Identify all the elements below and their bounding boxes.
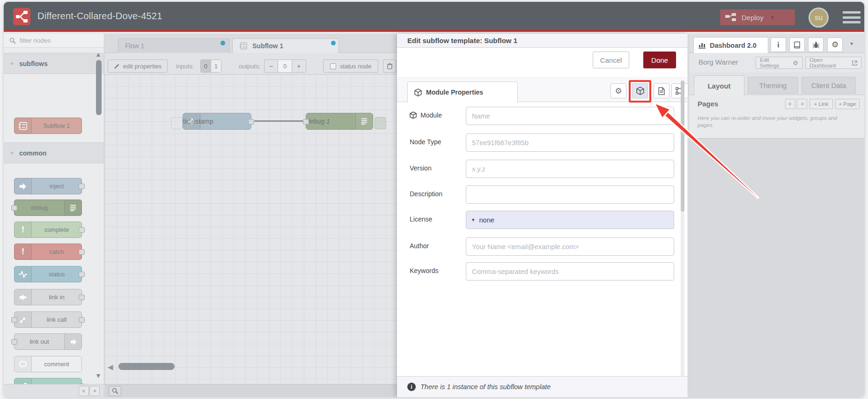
tab-flow-1[interactable]: Flow 1 bbox=[118, 38, 229, 53]
inputs-0-option[interactable]: 0 bbox=[201, 60, 211, 72]
chart-bars-icon bbox=[699, 42, 706, 49]
palette-expand-all-button[interactable]: » bbox=[89, 386, 100, 396]
module-input[interactable] bbox=[466, 107, 674, 125]
palette-filter-input[interactable]: filter nodes bbox=[4, 34, 104, 48]
search-icon bbox=[9, 37, 16, 44]
node-palette: filter nodes ˅ subflows Subflow 1 ˅ comm… bbox=[4, 34, 104, 397]
description-row: Description bbox=[397, 185, 687, 204]
inputs-toggle[interactable]: 0 1 bbox=[200, 59, 221, 73]
cube-icon bbox=[410, 111, 417, 119]
move-up-button[interactable]: » bbox=[785, 99, 795, 109]
palette-node-status[interactable]: status bbox=[14, 266, 82, 282]
deploy-button[interactable]: Deploy ▾ bbox=[720, 9, 795, 25]
palette-scroll-down-icon[interactable]: ▼ bbox=[95, 372, 102, 379]
palette-category-subflows[interactable]: ˅ subflows bbox=[4, 53, 104, 74]
outputs-minus-button[interactable]: − bbox=[265, 60, 278, 72]
debug-sidebar-icon bbox=[355, 113, 373, 129]
palette-category-common[interactable]: ˅ common bbox=[4, 142, 104, 163]
pencil-icon bbox=[114, 63, 120, 69]
debug-tab-button[interactable] bbox=[808, 37, 824, 52]
node-port bbox=[79, 249, 85, 255]
add-link-button[interactable]: + Link bbox=[809, 99, 833, 109]
open-dashboard-button[interactable]: Open Dashboard bbox=[805, 57, 861, 69]
canvas-hscrollbar[interactable] bbox=[118, 363, 175, 370]
subflow-output-stub[interactable] bbox=[375, 117, 386, 129]
palette-node-subflow-1[interactable]: Subflow 1 bbox=[14, 118, 82, 134]
add-page-button[interactable]: + Page bbox=[835, 99, 860, 109]
status-node-checkbox[interactable]: status node bbox=[323, 59, 378, 73]
edit-properties-button[interactable]: edit properties bbox=[108, 59, 168, 73]
tab-module-properties[interactable]: Module Properties bbox=[407, 81, 518, 103]
flow-canvas-grid[interactable]: timestamp debug 1 bbox=[105, 74, 397, 384]
subflow-input-stub[interactable] bbox=[171, 117, 183, 129]
link-out-icon bbox=[64, 334, 81, 349]
palette-node-link-call[interactable]: link call bbox=[14, 311, 82, 328]
tab-layout[interactable]: Layout bbox=[694, 75, 744, 96]
link-in-icon bbox=[15, 289, 32, 305]
tray-scrollbar-thumb[interactable] bbox=[681, 81, 684, 212]
palette-scroll-up-icon[interactable]: ▲ bbox=[95, 51, 102, 58]
trash-icon bbox=[387, 63, 393, 69]
description-input[interactable] bbox=[466, 185, 674, 204]
checkbox-icon bbox=[330, 63, 336, 69]
header-bar: Different-Collared-Dove-4521 Deploy ▾ su bbox=[4, 2, 864, 32]
keywords-row: Keywords bbox=[397, 262, 687, 281]
cancel-button[interactable]: Cancel bbox=[593, 52, 629, 68]
external-link-icon bbox=[852, 60, 857, 66]
deploy-caret-icon[interactable]: ▾ bbox=[771, 14, 774, 21]
flow-node-debug-1[interactable]: debug 1 bbox=[306, 113, 373, 130]
inputs-1-option[interactable]: 1 bbox=[211, 60, 221, 72]
caret-down-icon: ▾ bbox=[472, 217, 475, 223]
canvas-search-button[interactable] bbox=[109, 386, 121, 396]
author-input[interactable] bbox=[466, 237, 674, 256]
debug-sidebar-icon bbox=[64, 200, 81, 215]
palette-node-link-out[interactable]: link out bbox=[14, 333, 82, 350]
palette-node-inject[interactable]: inject bbox=[14, 178, 82, 194]
keywords-input[interactable] bbox=[466, 262, 674, 281]
workspace-tab-bar: Flow 1 Subflow 1 bbox=[105, 34, 397, 53]
node-type-input[interactable] bbox=[466, 133, 674, 152]
properties-tab-gear-button[interactable]: ⚙ bbox=[611, 83, 626, 98]
node-output-port[interactable] bbox=[248, 119, 254, 125]
flow-workspace[interactable]: Flow 1 Subflow 1 edit properties inputs: bbox=[105, 34, 397, 397]
tab-theming[interactable]: Theming bbox=[748, 77, 798, 94]
tab-subflow-1[interactable]: Subflow 1 bbox=[232, 38, 339, 53]
edit-settings-button[interactable]: Edit Settings ⚙ bbox=[756, 57, 802, 69]
dashboard-section-tabs: Layout Theming Client Data bbox=[689, 72, 864, 95]
palette-node-link-in[interactable]: link in bbox=[14, 289, 82, 305]
flow-node-timestamp[interactable]: timestamp bbox=[183, 113, 251, 130]
palette-node-complete[interactable]: ! complete bbox=[14, 222, 82, 238]
tray-scrollbar-track[interactable] bbox=[681, 81, 684, 380]
sidebar-more-caret-icon[interactable]: ▾ bbox=[850, 40, 853, 47]
tab-client-data[interactable]: Client Data bbox=[802, 77, 856, 94]
palette-node-catch[interactable]: ! catch bbox=[14, 244, 82, 260]
comment-bubble-icon bbox=[15, 356, 32, 372]
appearance-tab-button[interactable] bbox=[671, 83, 688, 98]
version-input[interactable] bbox=[466, 160, 674, 178]
main-menu-icon[interactable] bbox=[843, 11, 861, 23]
instance-count-text: There is 1 instance of this subflow temp… bbox=[420, 383, 551, 391]
config-tab-button[interactable]: ⚙ bbox=[827, 37, 843, 52]
delete-subflow-button[interactable] bbox=[383, 59, 396, 73]
help-tab-button[interactable] bbox=[789, 37, 805, 52]
canvas-scroll-left-icon[interactable]: ◀ bbox=[108, 363, 113, 371]
inputs-label: inputs: bbox=[176, 63, 194, 70]
description-tab-button[interactable] bbox=[654, 83, 669, 98]
tab-dashboard-2[interactable]: Dashboard 2.0 bbox=[693, 37, 768, 53]
palette-node-comment[interactable]: comment bbox=[14, 356, 82, 372]
info-tab-button[interactable]: i bbox=[771, 37, 786, 52]
license-select[interactable]: ▾ none bbox=[466, 211, 674, 229]
done-button[interactable]: Done bbox=[643, 52, 676, 68]
wire[interactable] bbox=[254, 120, 304, 122]
palette-node-debug[interactable]: debug bbox=[14, 200, 82, 216]
node-input-port[interactable] bbox=[303, 119, 309, 125]
move-down-button[interactable]: » bbox=[797, 99, 807, 109]
palette-scrollbar[interactable] bbox=[96, 60, 102, 115]
app-window: Different-Collared-Dove-4521 Deploy ▾ su… bbox=[4, 2, 864, 397]
deploy-button-label: Deploy bbox=[742, 14, 764, 22]
file-icon bbox=[658, 87, 665, 95]
outputs-plus-button[interactable]: + bbox=[292, 60, 306, 72]
user-avatar[interactable]: su bbox=[809, 7, 829, 28]
palette-collapse-all-button[interactable]: » bbox=[79, 386, 89, 396]
subflow-toolbar: edit properties inputs: 0 1 outputs: − 0… bbox=[105, 53, 397, 74]
